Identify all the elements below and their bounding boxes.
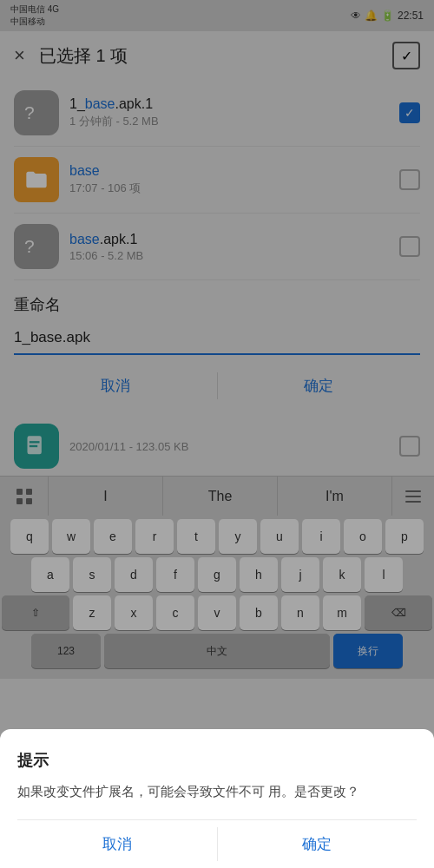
alert-buttons: 取消 确定 bbox=[17, 819, 417, 868]
alert-overlay: 提示 如果改变文件扩展名，可能会导致文件不可 用。是否更改？ 取消 确定 bbox=[0, 0, 434, 868]
alert-confirm-button[interactable]: 确定 bbox=[218, 820, 418, 868]
alert-dialog: 提示 如果改变文件扩展名，可能会导致文件不可 用。是否更改？ 取消 确定 bbox=[0, 729, 434, 868]
alert-title: 提示 bbox=[17, 750, 417, 771]
alert-message: 如果改变文件扩展名，可能会导致文件不可 用。是否更改？ bbox=[17, 781, 417, 802]
alert-cancel-button[interactable]: 取消 bbox=[17, 820, 217, 868]
